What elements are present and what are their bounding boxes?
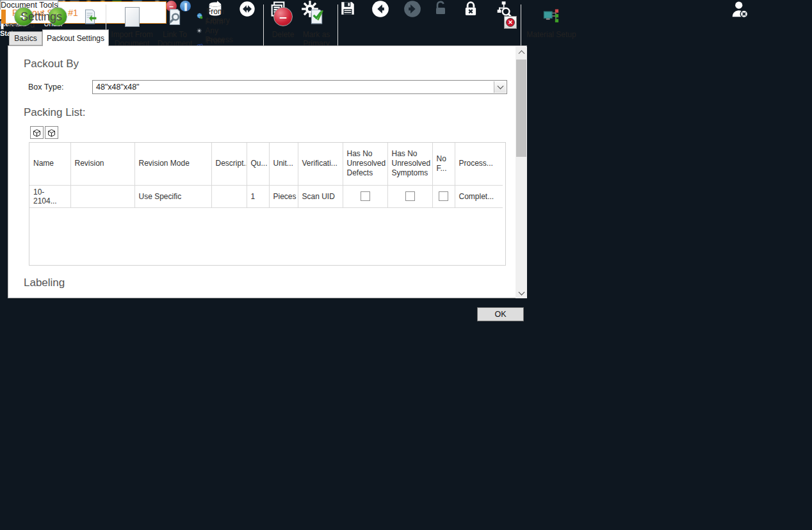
cell-revision-mode[interactable]: Use Specific: [134, 185, 211, 207]
box-type-value: 48"x48"x48": [96, 83, 140, 92]
cell-description[interactable]: [211, 185, 247, 207]
cell-units[interactable]: Pieces: [269, 185, 298, 207]
table-row[interactable]: 10-2104... Use Specific 1 Pieces Scan UI…: [29, 185, 503, 207]
from-v7-icon: [76, 7, 103, 30]
sync-icon[interactable]: [238, 0, 256, 18]
cell-no-symptoms: [387, 185, 432, 207]
dialog-close-button[interactable]: ✕: [504, 16, 517, 29]
col-quantity[interactable]: Qu...: [247, 143, 269, 185]
back-icon[interactable]: [371, 0, 389, 18]
lock-icon[interactable]: [462, 0, 479, 18]
delete-icon: –: [268, 7, 298, 30]
labeling-heading: Labeling: [24, 277, 65, 289]
remove-box-item-button[interactable]: [45, 126, 58, 139]
table-header-row: Name Revision Revision Mode Descript... …: [29, 143, 503, 185]
box-type-select[interactable]: 48"x48"x48": [92, 80, 507, 94]
col-name[interactable]: Name: [29, 143, 70, 185]
library-icon: [197, 11, 203, 21]
packout-settings-content: Packout By Box Type: 48"x48"x48" Packing…: [8, 45, 527, 298]
packout-by-heading: Packout By: [24, 58, 79, 70]
cell-no-f: [432, 185, 455, 207]
col-no-f[interactable]: No F...: [432, 143, 455, 185]
no-f-checkbox[interactable]: [439, 191, 448, 201]
cell-process[interactable]: Complet...: [455, 185, 503, 207]
link-document-icon: [156, 7, 194, 30]
col-revision-mode[interactable]: Revision Mode: [134, 143, 211, 185]
close-icon: ✕: [506, 18, 515, 27]
mark-primary-icon: [299, 7, 334, 30]
import-document-icon: [111, 7, 153, 30]
no-symptoms-checkbox[interactable]: [405, 191, 415, 201]
tab-packout-settings[interactable]: Packout Settings: [42, 29, 109, 46]
box-type-label: Box Type:: [28, 83, 63, 92]
from-any-process-button[interactable]: From Any Process: [197, 24, 238, 37]
process-gear-icon: [197, 26, 202, 36]
logout-user-icon[interactable]: [730, 0, 749, 19]
col-no-symptoms[interactable]: Has No Unresolved Symptoms: [387, 143, 432, 185]
dialog-scrollbar[interactable]: [516, 47, 527, 298]
packing-list-table: Name Revision Revision Mode Descript... …: [29, 142, 506, 266]
cell-name[interactable]: 10-2104...: [29, 185, 70, 207]
cell-revision[interactable]: [70, 185, 134, 207]
cell-quantity[interactable]: 1: [247, 185, 269, 207]
col-description[interactable]: Descript...: [211, 143, 247, 185]
scrollbar-thumb[interactable]: [516, 60, 526, 157]
ok-button[interactable]: OK: [477, 307, 524, 321]
mark-as-primary-button[interactable]: Mark as Primary: [299, 7, 334, 48]
dialog-title: Settings: [20, 10, 62, 24]
col-revision[interactable]: Revision: [70, 143, 134, 185]
delete-button[interactable]: – Delete: [268, 7, 298, 39]
material-setup-button[interactable]: Material Setup: [524, 7, 578, 39]
scroll-down-icon[interactable]: [516, 287, 527, 298]
link-to-document-button[interactable]: Link To Document: [156, 7, 194, 48]
ribbon: + New ↓ From Template From V7 Import Fro…: [0, 0, 1, 1]
col-verification[interactable]: Verificati...: [298, 143, 343, 185]
packing-list-heading: Packing List:: [24, 106, 85, 119]
no-defects-checkbox[interactable]: [361, 191, 370, 201]
view-box-button[interactable]: [30, 126, 44, 139]
col-process[interactable]: Process...: [455, 143, 503, 185]
col-no-defects[interactable]: Has No Unresolved Defects: [343, 143, 387, 185]
chevron-down-icon[interactable]: [494, 81, 506, 93]
cell-verification[interactable]: Scan UID: [298, 185, 343, 207]
col-units[interactable]: Unit...: [269, 143, 298, 185]
material-setup-icon: [524, 7, 578, 30]
cell-no-defects: [343, 185, 387, 207]
tab-basics[interactable]: Basics: [9, 31, 42, 45]
import-from-document-button[interactable]: Import From Document: [111, 7, 153, 48]
save-icon[interactable]: [339, 0, 356, 17]
unlock-icon[interactable]: [433, 0, 448, 17]
find-process-icon[interactable]: [494, 0, 512, 18]
scroll-up-icon[interactable]: [516, 47, 527, 58]
forward-icon[interactable]: [403, 0, 421, 18]
